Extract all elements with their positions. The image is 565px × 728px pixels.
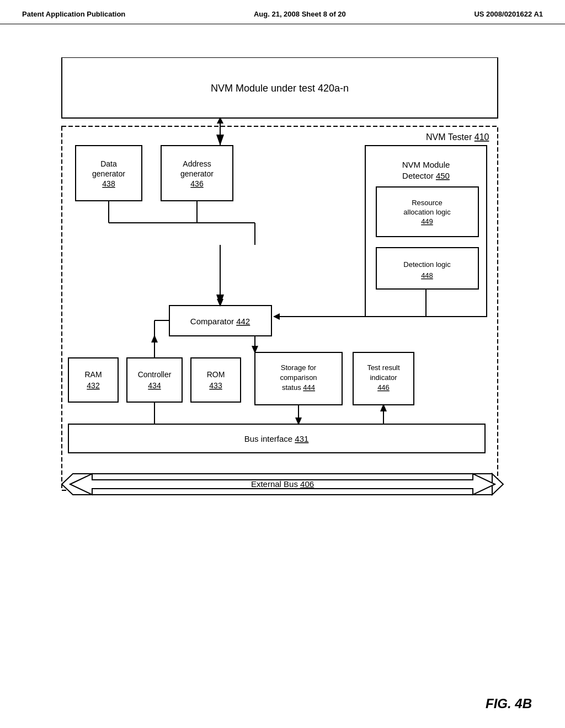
svg-text:NVM Module under test 420a-n: NVM Module under test 420a-n [211, 83, 349, 94]
svg-text:status 444: status 444 [282, 383, 315, 392]
svg-rect-41 [68, 424, 485, 453]
svg-marker-59 [273, 313, 280, 320]
svg-text:Controller: Controller [138, 370, 172, 379]
svg-text:indicator: indicator [370, 373, 397, 382]
svg-text:Resource: Resource [412, 199, 443, 207]
svg-marker-49 [217, 117, 223, 124]
diagram-area: NVM Module under test 420a-n NVM Tester … [45, 57, 520, 587]
svg-text:RAM: RAM [84, 370, 102, 379]
svg-marker-43 [62, 474, 503, 495]
svg-marker-45 [70, 474, 495, 495]
svg-rect-0 [62, 57, 498, 118]
patent-header: Patent Application Publication Aug. 21, … [0, 0, 565, 24]
svg-text:Test result: Test result [367, 363, 400, 372]
svg-rect-27 [127, 358, 182, 402]
svg-marker-54 [217, 299, 223, 307]
svg-text:432: 432 [87, 381, 100, 390]
svg-rect-7 [376, 187, 478, 237]
svg-rect-30 [191, 358, 241, 402]
svg-text:ROM: ROM [207, 370, 225, 379]
header-left: Patent Application Publication [22, 10, 125, 18]
svg-rect-37 [353, 352, 414, 405]
svg-text:generator: generator [92, 169, 125, 178]
svg-text:448: 448 [421, 271, 433, 280]
svg-text:434: 434 [148, 381, 161, 390]
svg-rect-33 [255, 352, 342, 405]
svg-text:446: 446 [377, 383, 390, 392]
svg-text:Comparator 442: Comparator 442 [190, 317, 250, 326]
svg-text:NVM Module: NVM Module [402, 160, 450, 169]
svg-text:NVM Tester 410: NVM Tester 410 [426, 132, 489, 142]
svg-text:Bus interface 431: Bus interface 431 [244, 434, 309, 443]
svg-marker-65 [380, 404, 387, 411]
svg-rect-11 [376, 248, 478, 289]
svg-text:comparison: comparison [280, 373, 317, 382]
svg-text:Detection logic: Detection logic [403, 260, 451, 269]
svg-rect-22 [169, 306, 271, 336]
svg-text:allocation logic: allocation logic [403, 208, 451, 216]
svg-text:External Bus 406: External Bus 406 [251, 479, 314, 489]
svg-rect-24 [68, 358, 118, 402]
svg-text:436: 436 [190, 179, 204, 188]
svg-text:438: 438 [102, 179, 115, 188]
svg-text:Data: Data [100, 159, 117, 168]
svg-text:433: 433 [209, 381, 222, 390]
header-right: US 2008/0201622 A1 [474, 10, 543, 18]
svg-rect-2 [62, 126, 498, 490]
svg-text:Storage for: Storage for [281, 363, 317, 372]
diagram-svg: NVM Module under test 420a-n NVM Tester … [45, 57, 520, 587]
svg-rect-14 [76, 146, 142, 201]
svg-text:generator: generator [180, 169, 214, 178]
page: Patent Application Publication Aug. 21, … [0, 0, 565, 728]
header-center: Aug. 21, 2008 Sheet 8 of 20 [254, 10, 346, 18]
svg-rect-44 [84, 475, 481, 493]
svg-text:Address: Address [183, 159, 211, 168]
svg-marker-63 [295, 417, 302, 425]
svg-rect-18 [161, 146, 233, 201]
svg-rect-4 [365, 146, 487, 317]
svg-text:Detector 450: Detector 450 [402, 171, 450, 180]
svg-marker-61 [252, 346, 258, 354]
svg-text:449: 449 [421, 217, 433, 226]
svg-marker-67 [151, 335, 158, 342]
figure-label: FIG. 4B [486, 696, 532, 711]
